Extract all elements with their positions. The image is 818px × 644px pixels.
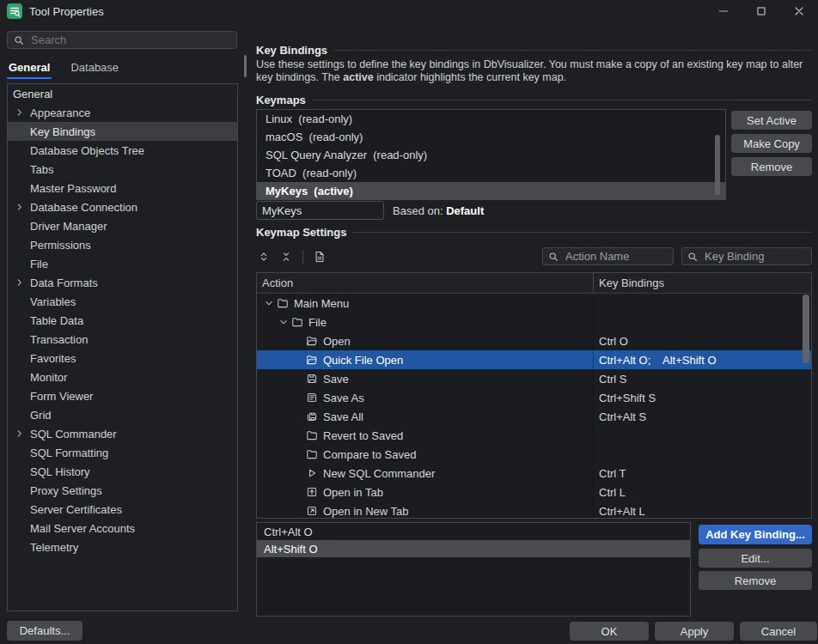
sidebar-item-variables[interactable]: Variables (8, 292, 237, 311)
keymap-name-input[interactable] (257, 204, 383, 217)
key-binding-filter-input[interactable] (703, 249, 807, 264)
play-icon (305, 467, 319, 479)
sidebar-item-mail-server-accounts[interactable]: Mail Server Accounts (8, 519, 237, 538)
column-header-action[interactable]: Action (257, 273, 594, 293)
action-row-save-as[interactable]: Save AsCtrl+Shift S (257, 388, 811, 407)
action-row-open-in-tab[interactable]: Open in TabCtrl L (257, 483, 811, 501)
search-input[interactable] (29, 33, 231, 47)
apply-button[interactable]: Apply (655, 622, 734, 641)
sidebar-item-monitor[interactable]: Monitor (8, 368, 237, 386)
chevron-down-icon[interactable] (277, 316, 290, 328)
maximize-button[interactable] (742, 0, 780, 22)
chevron-down-icon[interactable] (262, 297, 275, 309)
key-binding-filter[interactable] (681, 247, 812, 265)
sidebar-item-tabs[interactable]: Tabs (8, 160, 237, 179)
action-row-open[interactable]: OpenCtrl O (257, 331, 811, 350)
sidebar-item-sql-formatting[interactable]: SQL Formatting (8, 443, 237, 462)
section-title-keymaps: Keymaps (256, 94, 812, 106)
sidebar-item-table-data[interactable]: Table Data (8, 311, 237, 330)
remove-key-binding-button[interactable]: Remove (699, 571, 812, 590)
sidebar-item-data-formats[interactable]: Data Formats (8, 273, 237, 292)
window-controls (705, 0, 818, 22)
sidebar-item-favorites[interactable]: Favorites (8, 349, 237, 368)
sidebar-tabs: General Database (7, 55, 120, 81)
sidebar-item-grid[interactable]: Grid (8, 405, 237, 424)
based-on-label: Based on: Default (393, 204, 484, 217)
key-binding-value (594, 426, 811, 445)
chevron-right-icon[interactable] (13, 106, 27, 118)
keymap-item-toad[interactable]: TOAD (read-only) (257, 164, 725, 182)
sidebar-item-sql-history[interactable]: SQL History (8, 462, 237, 481)
sidebar-item-server-certificates[interactable]: Server Certificates (8, 500, 237, 519)
table-scrollbar-thumb[interactable] (803, 295, 809, 363)
make-copy-button[interactable]: Make Copy (731, 134, 812, 153)
action-row-file[interactable]: File (257, 313, 811, 331)
sidebar-item-label: Telemetry (30, 541, 78, 554)
keymap-name-field[interactable] (256, 201, 384, 220)
chevron-right-icon[interactable] (13, 201, 27, 213)
cancel-button[interactable]: Cancel (740, 622, 817, 641)
column-header-key-bindings[interactable]: Key Bindings (594, 273, 811, 293)
keymap-item-linux[interactable]: Linux (read-only) (257, 110, 725, 128)
sidebar-item-database-objects-tree[interactable]: Database Objects Tree (8, 141, 237, 160)
report-icon[interactable] (312, 249, 327, 264)
ok-button[interactable]: OK (570, 622, 649, 641)
sidebar-item-telemetry[interactable]: Telemetry (8, 538, 237, 556)
chevron-right-icon[interactable] (13, 428, 27, 440)
keymap-item-sql-query-analyzer[interactable]: SQL Query Analyzer (read-only) (257, 146, 725, 164)
key-binding-value: Ctrl+Shift S (594, 388, 811, 407)
action-row-main-menu[interactable]: Main Menu (257, 294, 811, 313)
sidebar-item-label: Variables (30, 295, 76, 308)
chevron-right-icon[interactable] (13, 276, 27, 289)
tab-database[interactable]: Database (69, 55, 120, 79)
sidebar-item-appearance[interactable]: Appearance (8, 103, 237, 122)
action-bindings-list: Ctrl+Alt OAlt+Shift O (256, 522, 691, 617)
sidebar-item-driver-manager[interactable]: Driver Manager (8, 216, 237, 235)
sidebar-item-master-password[interactable]: Master Password (8, 179, 237, 197)
sidebar-item-permissions[interactable]: Permissions (8, 235, 237, 254)
sidebar-item-database-connection[interactable]: Database Connection (8, 197, 237, 216)
action-name-filter[interactable] (542, 247, 674, 265)
folder-open-icon (305, 354, 319, 366)
close-button[interactable] (780, 0, 818, 22)
action-row-quick-file-open[interactable]: Quick File OpenCtrl+Alt O; Alt+Shift O (257, 350, 811, 369)
search-box[interactable] (7, 31, 237, 49)
action-label: Revert to Saved (323, 429, 403, 442)
sidebar-item-form-viewer[interactable]: Form Viewer (8, 386, 237, 405)
action-label: Compare to Saved (323, 448, 416, 461)
keymap-remove-button[interactable]: Remove (731, 157, 812, 176)
sidebar-item-label: Proxy Settings (30, 484, 102, 497)
sidebar-item-label: Grid (30, 409, 52, 422)
keymap-item-macos[interactable]: macOS (read-only) (257, 128, 725, 146)
action-row-revert-to-saved[interactable]: Revert to Saved (257, 426, 811, 445)
sidebar-item-transaction[interactable]: Transaction (8, 330, 237, 349)
action-row-save-all[interactable]: Save AllCtrl+Alt S (257, 407, 811, 426)
action-row-compare-to-saved[interactable]: Compare to Saved (257, 445, 811, 464)
defaults-button[interactable]: Defaults... (7, 621, 82, 641)
sidebar-item-key-bindings[interactable]: Key Bindings (8, 122, 237, 141)
sidebar-item-file[interactable]: File (8, 254, 237, 273)
keymaps-scrollbar-thumb[interactable] (715, 135, 720, 195)
collapse-all-icon[interactable] (278, 249, 294, 264)
set-active-button[interactable]: Set Active (731, 111, 812, 130)
minimize-button[interactable] (705, 0, 742, 22)
action-row-new-sql-commander[interactable]: New SQL CommanderCtrl T (257, 464, 811, 483)
folder-icon (305, 429, 319, 441)
action-row-save[interactable]: SaveCtrl S (257, 369, 811, 388)
edit-key-binding-button[interactable]: Edit... (699, 549, 812, 568)
sidebar-item-proxy-settings[interactable]: Proxy Settings (8, 481, 237, 500)
sidebar-scrollbar-thumb[interactable] (244, 55, 247, 77)
section-title-key-bindings: Key Bindings (256, 44, 812, 57)
section-title-keymap-settings: Keymap Settings (256, 226, 812, 239)
tab-general[interactable]: General (7, 55, 52, 79)
binding-item-alt-shift-o[interactable]: Alt+Shift O (257, 540, 690, 557)
keymap-item-mykeys[interactable]: MyKeys (active) (257, 182, 725, 200)
action-name-filter-input[interactable] (564, 249, 668, 264)
sidebar-item-sql-commander[interactable]: SQL Commander (8, 424, 237, 443)
binding-item-ctrl-alt-o[interactable]: Ctrl+Alt O (257, 523, 690, 540)
expand-all-icon[interactable] (256, 249, 272, 264)
add-key-binding-button[interactable]: Add Key Binding... (699, 525, 812, 544)
sidebar-item-label: Server Certificates (30, 503, 122, 516)
action-row-open-in-new-tab[interactable]: Open in New TabCtrl+Alt L (257, 501, 811, 519)
folder-open-icon (305, 335, 319, 347)
